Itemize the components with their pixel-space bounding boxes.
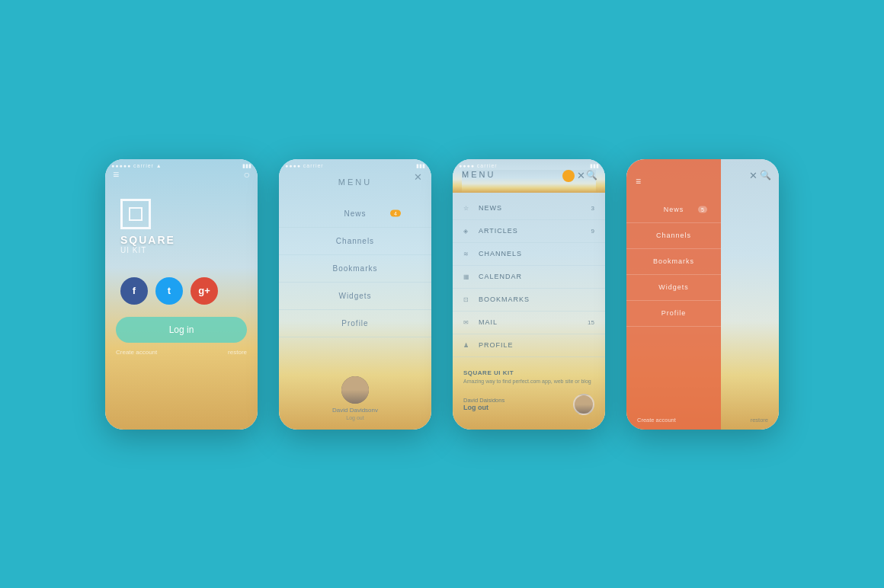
s4-item-widgets[interactable]: Widgets [626, 275, 721, 301]
screen4-menu: News 5 Channels Bookmarks Widgets Profil… [626, 193, 721, 331]
menu-items-3: ☆ NEWS 3 ◈ ARTICLES 9 ≋ CHANNELS ▦ CALEN… [453, 193, 605, 362]
mail-icon-3: ✉ [463, 319, 472, 326]
s4-item-channels[interactable]: Channels [626, 223, 721, 249]
create-account-link[interactable]: Create account [116, 349, 157, 356]
screen4: ≡ ✕ 🔍 News 5 Channels Bookmarks Widgets … [626, 159, 779, 430]
phone-1: ●●●●● carrier ▲ ▮▮▮ ≡ ○ SQUARE UI KIT f … [105, 159, 258, 430]
screen3: ●●●● carrier ▮▮▮ MENU ✕ 🔍 ☆ NEWS 3 ◈ ART… [453, 159, 605, 430]
menu-item3-news[interactable]: ☆ NEWS 3 [453, 197, 605, 220]
signal-2: ●●●● carrier [285, 163, 324, 168]
menu-item-news-label: News [344, 209, 366, 218]
signal-indicator: ●●●●● carrier ▲ [111, 163, 162, 168]
menu-item-profile[interactable]: Profile [279, 310, 431, 337]
menu-item-bookmarks-label: Bookmarks [332, 264, 377, 273]
logout-button-3[interactable]: Log out [463, 404, 504, 411]
menu-item-news[interactable]: News 4 [279, 200, 431, 228]
signal-3: ●●●● carrier [459, 163, 498, 168]
phone-3: ●●●● carrier ▮▮▮ MENU ✕ 🔍 ☆ NEWS 3 ◈ ART… [453, 159, 605, 430]
s4-item-profile[interactable]: Profile [626, 301, 721, 327]
promo-title-3: SQUARE UI KIT [463, 369, 594, 376]
menu-item-bookmarks[interactable]: Bookmarks [279, 255, 431, 283]
news-badge-3: 3 [591, 205, 594, 212]
screen1-bottom: Create account restore [105, 343, 258, 356]
promo-3: SQUARE UI KIT Amazing way to find perfec… [453, 362, 605, 389]
battery-2: ▮▮▮ [416, 163, 425, 169]
menu-item3-profile[interactable]: ♟ PROFILE [453, 334, 605, 357]
s4-item-bookmarks[interactable]: Bookmarks [626, 249, 721, 275]
social-buttons: f t g+ [105, 254, 258, 305]
s4-channels-label: Channels [656, 232, 691, 239]
brand-name: SQUARE [120, 234, 175, 246]
profile-icon-3: ♟ [463, 342, 472, 349]
channels-icon-3: ≋ [463, 251, 472, 257]
profile-label-3: PROFILE [479, 341, 514, 349]
ui-kit-label: UI KIT [120, 246, 146, 254]
bookmarks-icon-3: ⊡ [463, 296, 472, 303]
menu-item-profile-label: Profile [341, 319, 368, 328]
calendar-label-3: CALENDAR [479, 273, 522, 280]
restore-link[interactable]: restore [228, 349, 247, 356]
menu-item3-articles[interactable]: ◈ ARTICLES 9 [453, 220, 605, 243]
battery-indicator: ▮▮▮ [242, 163, 251, 169]
menu-item3-calendar[interactable]: ▦ CALENDAR [453, 266, 605, 289]
screen3-footer: David Daisidons Log out [453, 389, 605, 421]
articles-label-3: ARTICLES [479, 227, 518, 235]
screen4-bottom: Create account restore [626, 417, 779, 423]
twitter-button[interactable]: t [155, 277, 183, 305]
news-label-3: NEWS [479, 204, 502, 212]
s4-profile-label: Profile [661, 309, 687, 317]
screen4-header: ≡ ✕ 🔍 [626, 159, 779, 193]
menu-item-channels[interactable]: Channels [279, 228, 431, 255]
logo-inner [129, 207, 143, 221]
user-avatar-2 [341, 376, 369, 404]
user-avatar-3 [573, 394, 594, 415]
menu-item3-mail[interactable]: ✉ MAIL 15 [453, 312, 605, 334]
login-button[interactable]: Log in [116, 317, 247, 343]
status-bar-1: ●●●●● carrier ▲ ▮▮▮ [105, 159, 258, 173]
articles-icon-3: ◈ [463, 228, 472, 235]
phone-4: ≡ ✕ 🔍 News 5 Channels Bookmarks Widgets … [626, 159, 779, 430]
s4-bookmarks-label: Bookmarks [653, 257, 694, 265]
avatar-face-2 [341, 376, 369, 404]
s4-item-news[interactable]: News 5 [626, 197, 721, 223]
close-button-4[interactable]: ✕ [749, 170, 757, 181]
create-account-4[interactable]: Create account [637, 417, 676, 423]
google-button[interactable]: g+ [191, 277, 218, 305]
menu-item-widgets-label: Widgets [338, 292, 371, 300]
screen2: ●●●● carrier ▮▮▮ MENU ✕ News 4 Channels … [279, 159, 431, 430]
calendar-icon-3: ▦ [463, 273, 472, 280]
facebook-button[interactable]: f [120, 277, 148, 305]
close-button-2[interactable]: ✕ [414, 171, 422, 183]
news-badge: 4 [390, 210, 401, 217]
status-bar-3: ●●●● carrier ▮▮▮ [453, 159, 605, 173]
phone-2: ●●●● carrier ▮▮▮ MENU ✕ News 4 Channels … [279, 159, 431, 430]
menu-item-widgets[interactable]: Widgets [279, 283, 431, 310]
news-icon-3: ☆ [463, 205, 472, 212]
s4-news-label: News [664, 206, 684, 213]
search-button-4[interactable]: 🔍 [760, 170, 771, 181]
s4-widgets-label: Widgets [658, 283, 689, 291]
screen1: ●●●●● carrier ▲ ▮▮▮ ≡ ○ SQUARE UI KIT f … [105, 159, 258, 430]
promo-text-3: Amazing way to find perfect.com app, web… [463, 378, 594, 385]
logo-area: SQUARE UI KIT [105, 184, 258, 254]
channels-label-3: CHANNELS [479, 250, 522, 257]
menu-item3-channels[interactable]: ≋ CHANNELS [453, 243, 605, 266]
screen2-footer: David Davidsonv Log out [279, 369, 431, 430]
logo-square [120, 199, 151, 229]
menu-item-channels-label: Channels [336, 237, 374, 245]
menu-items-2: News 4 Channels Bookmarks Widgets Profil… [279, 193, 431, 369]
status-bar-2: ●●●● carrier ▮▮▮ [279, 159, 431, 173]
s4-news-badge: 5 [698, 206, 707, 213]
menu-title-2: MENU [338, 177, 372, 187]
user-info-3: David Daisidons Log out [463, 397, 504, 411]
user-name-3: David Daisidons [463, 397, 504, 404]
battery-3: ▮▮▮ [590, 163, 599, 169]
restore-4[interactable]: restore [751, 417, 768, 423]
menu-item3-bookmarks[interactable]: ⊡ BOOKMARKS [453, 289, 605, 312]
mail-label-3: MAIL [479, 318, 498, 326]
user-name-2: David Davidsonv [332, 407, 378, 414]
mail-badge-3: 15 [588, 319, 594, 326]
bookmarks-label-3: BOOKMARKS [479, 296, 530, 303]
hamburger-icon-4[interactable]: ≡ [636, 176, 641, 187]
logout-link-2[interactable]: Log out [346, 415, 364, 420]
